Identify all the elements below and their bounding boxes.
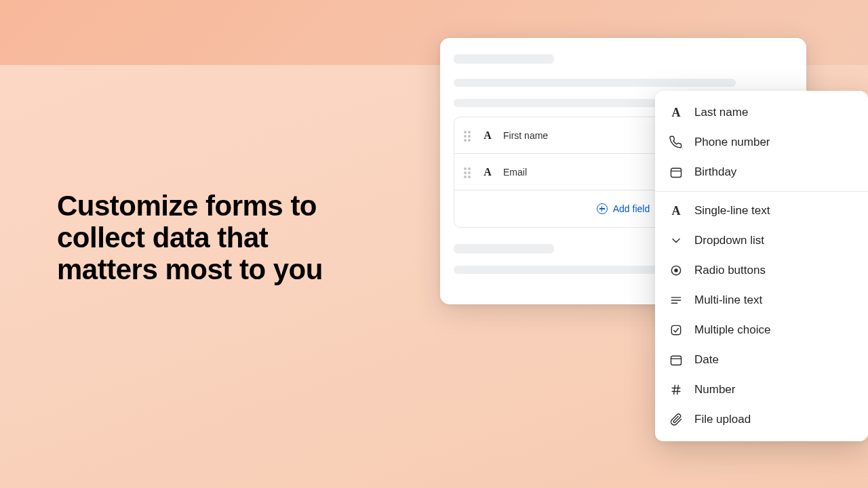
menu-item-label: Birthday — [694, 165, 736, 179]
add-field-label: Add field — [613, 203, 650, 214]
menu-item-dropdown-list[interactable]: Dropdown list — [655, 226, 868, 256]
menu-item-file-upload[interactable]: File upload — [655, 405, 868, 434]
skeleton-title — [454, 244, 554, 253]
svg-line-10 — [674, 385, 675, 394]
text-icon: A — [669, 105, 684, 120]
menu-separator — [655, 191, 868, 192]
svg-point-2 — [674, 268, 677, 272]
menu-item-label: Date — [694, 353, 719, 367]
menu-item-label: Number — [694, 383, 735, 396]
headline: Customize forms to collect data that mat… — [57, 190, 376, 285]
drag-handle-icon[interactable] — [464, 167, 472, 177]
svg-rect-6 — [671, 325, 680, 334]
menu-item-label: Multiple choice — [694, 323, 770, 337]
menu-item-single-line-text[interactable]: A Single-line text — [655, 196, 868, 226]
text-type-icon: A — [481, 166, 494, 178]
menu-item-multiple-choice[interactable]: Multiple choice — [655, 315, 868, 345]
phone-icon — [669, 135, 684, 150]
menu-item-last-name[interactable]: A Last name — [655, 98, 868, 127]
plus-circle-icon — [597, 203, 608, 214]
skeleton-title — [454, 54, 554, 64]
menu-item-birthday[interactable]: Birthday — [655, 157, 868, 187]
hash-icon — [669, 382, 684, 397]
chevron-down-icon — [669, 233, 684, 248]
field-label: First name — [503, 130, 548, 141]
calendar-icon — [669, 165, 684, 180]
skeleton-line — [454, 79, 736, 87]
paperclip-icon — [669, 412, 684, 427]
lines-icon — [669, 293, 684, 308]
menu-item-phone-number[interactable]: Phone number — [655, 127, 868, 157]
field-label: Email — [503, 167, 527, 178]
menu-item-multi-line-text[interactable]: Multi-line text — [655, 285, 868, 315]
menu-item-label: Dropdown list — [694, 234, 764, 247]
checkbox-icon — [669, 323, 684, 338]
menu-item-label: Single-line text — [694, 204, 770, 218]
text-type-icon: A — [481, 129, 494, 142]
calendar-icon — [669, 352, 684, 367]
drag-handle-icon[interactable] — [464, 131, 472, 140]
menu-item-label: Radio buttons — [694, 264, 766, 277]
menu-item-label: Multi-line text — [694, 293, 762, 307]
radio-icon — [669, 263, 684, 278]
menu-item-label: Phone number — [694, 136, 770, 149]
field-type-menu: A Last name Phone number Birthday A Sing… — [655, 91, 868, 441]
skeleton-line — [454, 99, 657, 107]
svg-rect-0 — [671, 168, 682, 177]
menu-item-radio-buttons[interactable]: Radio buttons — [655, 256, 868, 285]
svg-rect-7 — [671, 356, 682, 365]
menu-item-date[interactable]: Date — [655, 345, 868, 375]
menu-item-label: Last name — [694, 106, 748, 119]
menu-item-number[interactable]: Number — [655, 375, 868, 405]
svg-line-11 — [677, 385, 679, 394]
menu-item-label: File upload — [694, 413, 751, 426]
text-icon: A — [669, 203, 684, 218]
